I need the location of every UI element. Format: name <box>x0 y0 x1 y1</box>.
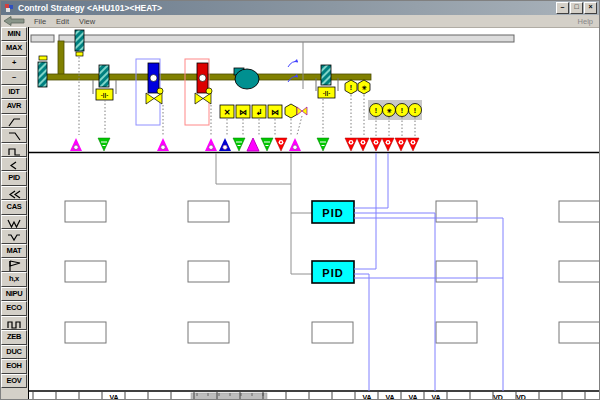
strategy-slot[interactable] <box>436 261 477 282</box>
minimize-button[interactable]: – <box>556 2 569 14</box>
terminal-label-vd[interactable]: VD <box>516 394 526 400</box>
box-glyph: ⋈ <box>239 108 247 117</box>
strategy-slot[interactable] <box>65 261 106 282</box>
app-icon <box>5 4 14 13</box>
toolbar-button-curve-v[interactable] <box>1 229 27 243</box>
strategy-slot[interactable] <box>559 201 600 222</box>
sensor-glyph: ! <box>414 107 416 114</box>
toolbar-button-limit-low[interactable] <box>1 128 27 142</box>
toolbar-button-duc[interactable]: DUC <box>1 345 27 359</box>
terminal-label-vd[interactable]: VD <box>493 394 503 400</box>
toolbar-button-compare[interactable] <box>1 157 27 171</box>
ramp-up-icon <box>7 115 22 128</box>
restore-button[interactable]: □ <box>570 2 583 14</box>
filter-glyph: -||- <box>101 92 108 98</box>
coil-port <box>150 75 157 82</box>
toolbar-button-curve-w[interactable] <box>1 215 27 229</box>
coil-port <box>199 75 206 82</box>
back-arrow-icon[interactable] <box>3 16 25 26</box>
strategy-slot[interactable] <box>436 201 477 222</box>
toolbar-button-zeb[interactable]: ZEB <box>1 330 27 344</box>
zigzag-v-icon <box>7 230 22 243</box>
zigzag-w-icon <box>7 216 22 229</box>
menu-file[interactable]: File <box>34 17 46 26</box>
toolbar-button-eov[interactable]: EOV <box>1 374 27 388</box>
step-icon <box>7 144 22 157</box>
fan-sensor-icon[interactable]: ✳ <box>358 80 370 94</box>
toolbar-button-idt[interactable]: IDT <box>1 85 27 99</box>
close-button[interactable]: × <box>584 2 597 14</box>
toolbar-button-avr[interactable]: AVR <box>1 99 27 113</box>
damper-icon[interactable] <box>75 30 84 51</box>
chevron-double-left-icon <box>7 187 22 200</box>
toolbar-button-limit-high[interactable] <box>1 114 27 128</box>
toolbar-button-eoh[interactable]: EOH <box>1 359 27 373</box>
toolbar-button-pid[interactable]: PID <box>1 171 27 185</box>
ramp-down-icon <box>7 129 22 142</box>
damper-icon[interactable] <box>38 62 47 87</box>
duct-segment <box>31 35 54 42</box>
toolbar-button-cas[interactable]: CAS <box>1 200 27 214</box>
strategy-slot[interactable] <box>188 322 229 343</box>
terminal-label-va[interactable]: VA <box>408 394 417 400</box>
sensor-glyph: ! <box>401 107 403 114</box>
flag-icon <box>7 259 22 272</box>
strategy-slot[interactable] <box>559 322 600 343</box>
toolbar-button-pulse[interactable] <box>1 316 27 330</box>
toolbar-button-nipu[interactable]: NIPU <box>1 287 27 301</box>
duct-segment <box>59 35 514 42</box>
terminal-label-va[interactable]: VA <box>431 394 440 400</box>
toolbar-button-max[interactable]: MAX <box>1 41 27 55</box>
menu-edit[interactable]: Edit <box>56 17 69 26</box>
box-glyph: ↲ <box>256 108 263 117</box>
chevron-left-icon <box>7 158 22 171</box>
pid-label: PID <box>322 267 343 279</box>
titlebar[interactable]: Control Strategy <AHU101><HEAT> –□× <box>1 1 599 15</box>
toolbar-button-hx[interactable]: h,x <box>1 272 27 286</box>
sensor-glyph: ! <box>350 84 352 91</box>
toolbar-button-optimiser[interactable] <box>1 258 27 272</box>
strategy-slot[interactable] <box>436 322 477 343</box>
damper-actuator[interactable] <box>39 56 47 60</box>
filter-glyph: -||- <box>323 90 330 96</box>
menu-view[interactable]: View <box>79 17 95 26</box>
heat-exchanger-icon[interactable] <box>321 65 331 85</box>
strategy-slot[interactable] <box>312 322 353 343</box>
hexagon-sensor-icon[interactable] <box>285 104 297 118</box>
toolbar-button-min[interactable]: MIN <box>1 27 27 41</box>
symbol-toolbar: MINMAX+–IDTAVRPIDCASMATh,xNIPUECOZEBDUCE… <box>1 27 29 399</box>
strategy-slot[interactable] <box>65 322 106 343</box>
toolbar-button-step[interactable] <box>1 143 27 157</box>
menu-help[interactable]: Help <box>578 17 593 26</box>
strategy-slot[interactable] <box>559 261 600 282</box>
toolbar-button-add[interactable]: + <box>1 56 27 70</box>
box-glyph: ⋈ <box>271 108 279 117</box>
strategy-slot[interactable] <box>188 261 229 282</box>
temperature-sensor-icon[interactable]: ! <box>345 80 357 94</box>
strategy-slot[interactable] <box>188 201 229 222</box>
box-glyph: ✕ <box>224 108 231 117</box>
terminal-label-va[interactable]: VA <box>109 394 118 400</box>
pulse-icon <box>7 317 22 330</box>
terminal-strip: VAVAVAVAVAVDVD <box>33 392 585 400</box>
sensor-glyph: ! <box>375 107 377 114</box>
window-title: Control Strategy <AHU101><HEAT> <box>18 3 556 13</box>
pid-label: PID <box>322 207 343 219</box>
toolbar-button-eco[interactable]: ECO <box>1 301 27 315</box>
strategy-slot[interactable] <box>65 201 106 222</box>
terminal-selection[interactable] <box>191 393 267 400</box>
strategy-canvas: -||- ✕ ⋈ ↲ ⋈ <box>1 1 600 400</box>
toolbar-button-compare-double[interactable] <box>1 186 27 200</box>
toolbar-button-mat[interactable]: MAT <box>1 244 27 258</box>
toolbar-button-subtract[interactable]: – <box>1 70 27 84</box>
control-strategy-window: { "window": { "title": "Control Strategy… <box>0 0 600 400</box>
pipe-vertical <box>58 41 64 75</box>
heat-exchanger-icon[interactable] <box>99 65 109 87</box>
terminal-label-va[interactable]: VA <box>385 394 394 400</box>
damper-actuator[interactable] <box>76 52 83 56</box>
terminal-label-va[interactable]: VA <box>362 394 371 400</box>
menubar: File Edit View Help <box>1 15 599 28</box>
